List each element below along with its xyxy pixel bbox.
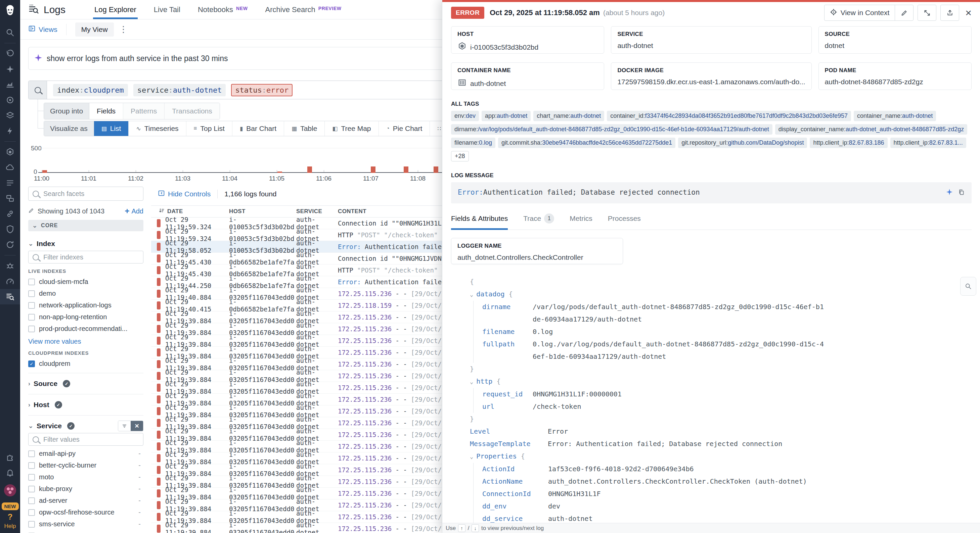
history-icon[interactable] bbox=[0, 46, 20, 62]
tag[interactable]: http.client_ip:82.67.83.186 bbox=[810, 138, 887, 148]
checkbox[interactable] bbox=[28, 486, 35, 492]
facet-value-opw-ocsf-firehose-source[interactable]: opw-ocsf-firehose-source- bbox=[28, 506, 143, 518]
checkbox[interactable] bbox=[28, 521, 35, 528]
query-chip-status[interactable]: status:error bbox=[231, 84, 293, 96]
tag[interactable]: git.repository_url:github.com/DataDog/sh… bbox=[678, 138, 807, 148]
checkbox[interactable] bbox=[28, 451, 35, 457]
group-option-transactions[interactable]: Transactions bbox=[165, 103, 219, 119]
visualize-option-tree-map[interactable]: ◧Tree Map bbox=[325, 121, 379, 136]
timeline-bar[interactable] bbox=[371, 167, 375, 173]
column-content[interactable]: CONTENT bbox=[338, 208, 447, 215]
json-key[interactable]: Level bbox=[470, 425, 548, 438]
tag[interactable]: display_container_name:auth-dotnet_auth-… bbox=[775, 124, 967, 135]
json-group-Properties[interactable]: ⌄Properties { bbox=[470, 450, 972, 463]
whats-new-badge[interactable]: NEW bbox=[2, 503, 19, 510]
json-key[interactable]: filename bbox=[482, 325, 533, 338]
facet-value-ad-server[interactable]: ad-server- bbox=[28, 495, 143, 506]
tag[interactable]: container_name:auth-dotnet bbox=[854, 111, 936, 121]
facet-service-header[interactable]: ⌄Service ✓ ✕ bbox=[28, 419, 143, 433]
tab-notebooks[interactable]: NotebooksNEW bbox=[189, 0, 256, 19]
facet-host-header[interactable]: ›Host✓ bbox=[28, 398, 143, 412]
tab-my-view[interactable]: My View bbox=[75, 22, 114, 36]
hide-controls-button[interactable]: Hide Controls bbox=[158, 190, 211, 198]
apm-icon[interactable] bbox=[0, 123, 20, 139]
timeline-bar[interactable] bbox=[307, 167, 312, 173]
visualize-option-table[interactable]: ▦Table bbox=[284, 121, 325, 136]
tab-live-tail[interactable]: Live Tail bbox=[145, 0, 189, 19]
group-option-patterns[interactable]: Patterns bbox=[123, 103, 165, 119]
sort-descending-icon[interactable] bbox=[159, 208, 165, 216]
json-key[interactable]: ConnectionId bbox=[482, 488, 548, 500]
notifications-bell-icon[interactable] bbox=[0, 465, 20, 480]
checkbox[interactable] bbox=[28, 314, 35, 320]
facet-value-email-api-py[interactable]: email-api-py- bbox=[28, 448, 143, 460]
json-key[interactable]: dd_env bbox=[482, 500, 548, 512]
json-key[interactable]: ActionName bbox=[482, 475, 548, 488]
json-key[interactable]: fullpath bbox=[482, 338, 533, 363]
log-row[interactable]: Oct 29 11:19:39.884i-03205f1167043edd0au… bbox=[151, 523, 447, 533]
view-more-values-link[interactable]: View more values bbox=[28, 338, 143, 345]
facet-value-email-service[interactable]: email-service- bbox=[28, 530, 143, 533]
logs-active-icon[interactable] bbox=[0, 289, 20, 305]
query-chip-service[interactable]: service:auth-dotnet bbox=[133, 84, 226, 96]
ci-pipelines-icon[interactable] bbox=[0, 206, 20, 222]
tag[interactable]: filename:0.log bbox=[451, 138, 495, 148]
checkbox[interactable] bbox=[28, 509, 35, 516]
cloud-cost-icon[interactable] bbox=[0, 160, 20, 175]
checkbox[interactable] bbox=[28, 474, 35, 481]
facet-value-network-application-logs[interactable]: network-application-logs bbox=[28, 300, 143, 311]
filter-indexes-input[interactable] bbox=[28, 251, 143, 263]
timeline-bar[interactable] bbox=[42, 170, 47, 173]
tag[interactable]: http.client_ip:82.67.83.1... bbox=[890, 138, 966, 148]
edit-pencil-icon[interactable] bbox=[895, 5, 913, 21]
json-key[interactable]: dirname bbox=[482, 301, 533, 325]
json-key[interactable]: MessageTemplate bbox=[470, 438, 548, 450]
facet-value-kube-proxy[interactable]: kube-proxy- bbox=[28, 483, 143, 495]
facet-source-header[interactable]: ›Source✓ bbox=[28, 377, 143, 391]
json-group-http[interactable]: ⌄http { bbox=[470, 375, 972, 388]
facet-value-moto[interactable]: moto- bbox=[28, 471, 143, 483]
column-host[interactable]: HOST bbox=[229, 208, 296, 215]
facet-value-cloud-siem-mcfa[interactable]: cloud-siem-mcfa bbox=[28, 276, 143, 288]
detail-tab-trace[interactable]: Trace1 bbox=[523, 214, 554, 230]
copilot-icon[interactable] bbox=[0, 62, 20, 77]
facet-value-prod-product-recommendati...[interactable]: prod-product-recommendati... bbox=[28, 323, 143, 335]
visualize-option-pie-chart[interactable]: ◔Pie Chart bbox=[379, 121, 430, 136]
rum-icon[interactable] bbox=[0, 190, 20, 206]
facet-clear-icon[interactable]: ✕ bbox=[130, 421, 143, 431]
tag[interactable]: app:auth-dotnet bbox=[482, 111, 531, 121]
workflows-icon[interactable] bbox=[0, 237, 20, 252]
checkbox[interactable] bbox=[28, 290, 35, 297]
tag[interactable]: container_id:f33474f64c28934da084f3652b9… bbox=[607, 111, 851, 121]
facet-index-header[interactable]: ⌄Index bbox=[28, 236, 143, 251]
log-management-icon[interactable] bbox=[0, 175, 20, 190]
tag[interactable]: chart_name:auth-dotnet bbox=[533, 111, 604, 121]
json-key[interactable]: request_id bbox=[482, 388, 533, 400]
views-button[interactable]: Views bbox=[28, 24, 67, 35]
monitors-icon[interactable] bbox=[0, 92, 20, 108]
checkbox[interactable] bbox=[28, 497, 35, 504]
tab-log-explorer[interactable]: Log Explorer bbox=[86, 0, 145, 19]
facet-value-better-cyclic-burner[interactable]: better-cyclic-burner- bbox=[28, 460, 143, 471]
checkbox[interactable] bbox=[28, 302, 35, 309]
tag[interactable]: dirname:/var/log/pods/default_auth-dotne… bbox=[451, 124, 772, 135]
search-facets-input[interactable] bbox=[28, 187, 143, 201]
facet-value-cloudprem[interactable]: ✓cloudprem bbox=[28, 358, 143, 370]
related-logs-icon[interactable] bbox=[918, 5, 936, 21]
search-icon[interactable] bbox=[29, 81, 47, 99]
show-more-tags-button[interactable]: +28 bbox=[451, 151, 469, 162]
edit-facets-pencil-icon[interactable] bbox=[28, 208, 34, 215]
visualize-option-top-list[interactable]: ≡Top List bbox=[186, 121, 232, 136]
slo-gauge-icon[interactable] bbox=[0, 274, 20, 289]
facet-value-non-app-long-retention[interactable]: non-app-long-retention bbox=[28, 311, 143, 323]
json-group-datadog[interactable]: ⌄datadog { bbox=[470, 288, 972, 301]
filter-values-input[interactable] bbox=[28, 433, 143, 446]
tab-archive-search[interactable]: Archive SearchPREVIEW bbox=[256, 0, 350, 19]
ai-prompt-bar[interactable]: show error logs from auth service in the… bbox=[28, 47, 449, 70]
facet-value-sms-service[interactable]: sms-service- bbox=[28, 518, 143, 530]
security-icon[interactable] bbox=[0, 222, 20, 237]
timeline-bar[interactable] bbox=[404, 167, 408, 173]
help-question-icon[interactable]: ? bbox=[8, 512, 13, 522]
view-options-kebab-icon[interactable]: ⋮ bbox=[119, 24, 128, 35]
tag[interactable]: env:dev bbox=[451, 111, 479, 121]
